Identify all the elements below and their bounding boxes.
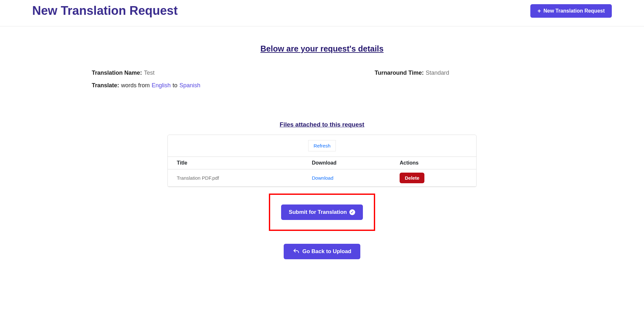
col-title: Title [177,160,312,166]
main-content: Below are your request's details Transla… [80,26,564,272]
translation-name-value: Test [144,70,155,76]
translate-field: Translate: words from English to Spanish [92,82,200,89]
turnaround-value: Standard [426,70,449,76]
files-table-header: Title Download Actions [168,157,476,169]
details-heading: Below are your request's details [92,44,552,53]
submit-label: Submit for Translation [289,209,347,215]
translate-mid: to [173,82,177,89]
download-link[interactable]: Download [312,175,400,181]
refresh-button[interactable]: Refresh [308,140,336,151]
translation-name-label: Translation Name: [92,70,142,76]
go-back-label: Go Back to Upload [302,248,351,255]
submit-highlight: Submit for Translation ✓ [269,194,375,231]
detail-row-1: Translation Name: Test Turnaround Time: … [92,70,552,76]
check-circle-icon: ✓ [349,209,355,215]
undo-arrow-icon [293,248,300,255]
submit-for-translation-button[interactable]: Submit for Translation ✓ [281,204,363,220]
turnaround-field: Turnaround Time: Standard [375,70,449,76]
go-back-to-upload-button[interactable]: Go Back to Upload [284,244,360,259]
translate-label: Translate: [92,82,119,89]
col-actions: Actions [400,160,467,166]
go-back-wrap: Go Back to Upload [92,244,552,259]
new-translation-request-button[interactable]: + New Translation Request [530,4,612,18]
translation-name-field: Translation Name: Test [92,70,155,76]
delete-button[interactable]: Delete [400,173,424,183]
col-download: Download [312,160,400,166]
translate-to: Spanish [179,82,200,89]
file-title: Translation PDF.pdf [177,175,312,181]
files-refresh-row: Refresh [168,135,476,157]
translate-prefix: words from [121,82,150,89]
turnaround-label: Turnaround Time: [375,70,424,76]
table-row: Translation PDF.pdf Download Delete [168,169,476,187]
new-translation-request-label: New Translation Request [544,8,605,14]
detail-row-2: Translate: words from English to Spanish [92,82,552,89]
translate-from: English [152,82,171,89]
page-header: New Translation Request + New Translatio… [0,0,644,26]
files-table: Refresh Title Download Actions Translati… [167,135,477,187]
file-actions: Delete [400,173,467,183]
files-heading: Files attached to this request [92,121,552,128]
page-title: New Translation Request [32,4,178,18]
plus-icon: + [537,8,541,14]
